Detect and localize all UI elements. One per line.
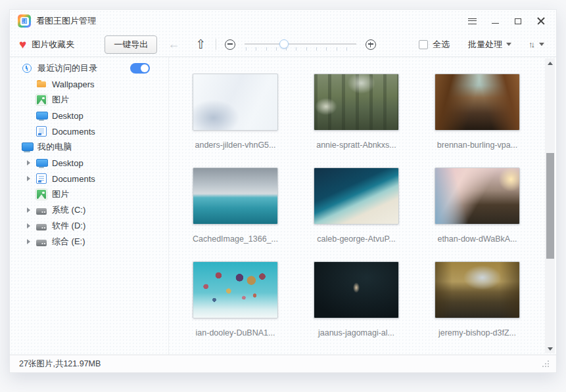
batch-process-label: 批量处理	[468, 39, 502, 51]
expand-arrow-icon[interactable]	[27, 239, 36, 244]
recent-folders-toggle[interactable]	[130, 63, 150, 74]
toolbar-divider	[216, 39, 216, 50]
app-logo-icon: 图	[18, 14, 31, 28]
toolbar: 图片收藏夹 一键导出 全选 批量处理	[10, 32, 556, 57]
photo-thumbnail-canyon[interactable]	[435, 74, 520, 131]
sidebar-item-drive-c[interactable]: 系统 (C:)	[10, 202, 168, 218]
scroll-down-icon[interactable]	[545, 344, 555, 353]
heart-icon	[19, 38, 26, 51]
close-icon[interactable]	[536, 17, 546, 25]
desktop-icon	[36, 158, 47, 168]
sidebar-item-my-computer[interactable]: 我的电脑	[10, 139, 168, 155]
folder-icon	[36, 79, 47, 89]
zoom-out-icon[interactable]	[225, 39, 235, 50]
maximize-icon[interactable]	[513, 17, 523, 25]
export-button[interactable]: 一键导出	[105, 35, 157, 54]
drive-icon	[36, 208, 47, 215]
batch-process-dropdown[interactable]: 批量处理	[468, 39, 511, 51]
photo-thumbnail-deer-forest[interactable]	[314, 74, 399, 131]
photo-thumbnail-dark-sea[interactable]	[314, 261, 399, 318]
slider-ticks	[246, 47, 356, 51]
computer-icon	[22, 142, 32, 152]
resize-grip[interactable]	[542, 360, 550, 368]
menu-icon[interactable]	[467, 17, 477, 25]
status-text: 27张图片,共121.97MB	[19, 359, 101, 370]
image-item[interactable]: CachedImage_1366_...	[189, 167, 310, 261]
select-all-label: 全选	[433, 39, 450, 51]
sidebar-item-wallpapers[interactable]: Wallpapers	[10, 76, 168, 92]
image-item[interactable]: brennan-burling-vpa...	[431, 74, 552, 167]
photo-thumbnail-sea-horizon[interactable]	[193, 167, 278, 225]
scrollbar-thumb[interactable]	[546, 153, 554, 259]
minimize-icon[interactable]	[490, 17, 500, 25]
sidebar-item-documents-recent[interactable]: Documents	[10, 123, 168, 139]
clock-icon	[22, 64, 32, 73]
favorites-label: 图片收藏夹	[32, 39, 74, 51]
image-item[interactable]: jaanus-jagomagi-al...	[310, 261, 431, 355]
expand-arrow-icon[interactable]	[27, 207, 36, 213]
document-icon	[36, 126, 47, 137]
image-item[interactable]: ian-dooley-DuBNA1...	[189, 261, 310, 355]
app-window: 图 看图王图片管理 图片收藏夹 一键导出 全选 批量处理	[9, 9, 557, 373]
sidebar-item-pictures-recent[interactable]: 图片	[10, 92, 168, 108]
slider-track[interactable]	[245, 43, 356, 45]
document-icon	[36, 173, 47, 184]
sidebar-item-drive-d[interactable]: 软件 (D:)	[10, 218, 168, 234]
expand-arrow-icon[interactable]	[27, 176, 36, 181]
zoom-slider[interactable]	[245, 38, 356, 51]
photo-thumbnail-sunset-coast[interactable]	[435, 167, 520, 225]
sidebar-item-drive-e[interactable]: 综合 (E:)	[10, 234, 168, 250]
sort-dropdown[interactable]	[529, 39, 544, 49]
chevron-down-icon	[506, 43, 511, 46]
window-title: 看图王图片管理	[36, 15, 96, 27]
sidebar: 最近访问的目录 Wallpapers 图片 Desktop D	[10, 57, 169, 355]
scroll-up-icon[interactable]	[545, 58, 555, 68]
select-all-checkbox[interactable]	[419, 40, 428, 49]
window-controls	[467, 17, 546, 25]
photo-thumbnail-aerial-beach[interactable]	[314, 167, 399, 225]
image-item[interactable]: ethan-dow-dWaBkA...	[431, 167, 552, 261]
back-arrow-icon[interactable]	[168, 37, 179, 51]
thumbnail-grid-area: anders-jilden-vhnG5... annie-spratt-Abnk…	[169, 57, 556, 355]
sort-icon	[529, 39, 535, 49]
expand-arrow-icon[interactable]	[27, 223, 36, 229]
slider-thumb[interactable]	[279, 39, 289, 49]
chevron-down-icon	[539, 43, 544, 46]
image-icon	[36, 189, 47, 200]
home-up-icon[interactable]	[195, 37, 206, 52]
sidebar-item-desktop[interactable]: Desktop	[10, 155, 168, 171]
drive-icon	[36, 224, 47, 230]
desktop-icon	[36, 110, 47, 121]
content-area: 最近访问的目录 Wallpapers 图片 Desktop D	[10, 57, 556, 355]
image-item[interactable]: jeremy-bishop-d3fZ...	[431, 261, 552, 355]
zoom-in-icon[interactable]	[366, 39, 376, 50]
photo-thumbnail-balloons[interactable]	[193, 261, 278, 318]
sidebar-item-pictures[interactable]: 图片	[10, 186, 168, 202]
status-bar: 27张图片,共121.97MB	[10, 355, 556, 372]
drive-icon	[36, 240, 47, 246]
image-item[interactable]: anders-jilden-vhnG5...	[189, 74, 310, 167]
sidebar-item-documents[interactable]: Documents	[10, 171, 168, 186]
sidebar-item-desktop-recent[interactable]: Desktop	[10, 108, 168, 123]
photo-thumbnail-ice[interactable]	[193, 74, 278, 131]
vertical-scrollbar[interactable]	[545, 58, 555, 353]
photo-thumbnail-autumn-lake[interactable]	[435, 261, 520, 318]
image-icon	[36, 95, 47, 105]
title-bar: 图 看图王图片管理	[10, 10, 556, 32]
sidebar-item-recent-folders[interactable]: 最近访问的目录	[10, 60, 168, 76]
image-item[interactable]: annie-spratt-Abnkxs...	[310, 74, 431, 167]
image-item[interactable]: caleb-george-AtvuP...	[310, 167, 431, 261]
expand-arrow-icon[interactable]	[27, 160, 36, 165]
thumbnail-grid: anders-jilden-vhnG5... annie-spratt-Abnk…	[169, 57, 556, 355]
toolbar-right-group: 全选 批量处理	[419, 39, 544, 51]
